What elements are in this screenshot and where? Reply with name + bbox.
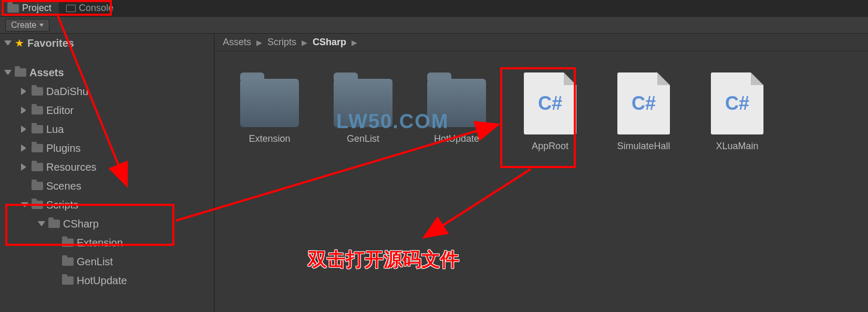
sub-label: HotUpdate — [77, 275, 127, 287]
chevron-right-icon: ▶ — [302, 38, 307, 47]
item-label: DaDiShu — [46, 86, 88, 98]
folder-icon — [62, 238, 74, 247]
sidebar-item[interactable]: Editor — [0, 101, 214, 120]
cs-badge: C# — [538, 92, 562, 115]
grid-label: AppRoot — [532, 141, 569, 152]
chevron-right-icon — [21, 144, 28, 152]
asset-grid: Extension GenList HotUpdate C#AppRoot C#… — [214, 51, 868, 173]
sidebar-item[interactable]: Lua — [0, 120, 214, 139]
csharp-label: CSharp — [63, 218, 99, 230]
chevron-down-icon — [4, 70, 12, 77]
tab-label: Project — [22, 3, 51, 14]
grid-folder[interactable]: GenList — [329, 72, 397, 152]
sidebar: ★ Favorites Assets DaDiShu Editor Lua Pl… — [0, 34, 214, 312]
sidebar-sub-item[interactable]: Extension — [0, 233, 214, 252]
create-label: Create — [11, 20, 36, 30]
grid-file[interactable]: C#SimulateHall — [609, 72, 678, 152]
sub-label: Extension — [77, 237, 123, 249]
item-label: Plugins — [46, 142, 81, 154]
toolbar: Create — [0, 17, 868, 34]
sidebar-item[interactable]: Resources — [0, 158, 214, 176]
csharp-file-icon: C# — [524, 72, 576, 134]
sidebar-csharp[interactable]: CSharp — [0, 214, 214, 233]
chevron-down-icon — [4, 40, 12, 48]
grid-label: HotUpdate — [434, 133, 479, 144]
grid-file[interactable]: C#XLuaMain — [703, 72, 771, 152]
cs-badge: C# — [632, 92, 656, 115]
folder-icon — [32, 201, 43, 209]
item-label: Lua — [46, 123, 64, 136]
folder-icon — [427, 79, 486, 127]
grid-file-approot[interactable]: C#AppRoot — [516, 72, 584, 152]
grid-folder[interactable]: Extension — [235, 72, 304, 152]
grid-label: SimulateHall — [617, 141, 670, 152]
sidebar-assets[interactable]: Assets — [0, 63, 214, 82]
sidebar-scripts[interactable]: Scripts — [0, 195, 214, 214]
sidebar-item[interactable]: DaDiShu — [0, 82, 214, 101]
star-icon: ★ — [15, 37, 24, 49]
sidebar-item[interactable]: Plugins — [0, 139, 214, 158]
cs-badge: C# — [725, 92, 749, 115]
folder-icon — [15, 68, 26, 77]
chevron-right-icon: ▶ — [256, 38, 262, 47]
chevron-right-icon — [21, 107, 28, 114]
folder-icon — [48, 220, 60, 228]
favorites-label: Favorites — [27, 37, 74, 49]
folder-icon — [32, 182, 43, 190]
folder-icon — [7, 4, 19, 13]
chevron-down-icon — [38, 221, 45, 228]
chevron-right-icon — [21, 163, 28, 171]
folder-icon — [240, 79, 299, 127]
breadcrumb-item[interactable]: Scripts — [267, 37, 296, 48]
tab-bar: Project Console — [0, 0, 868, 17]
tab-console[interactable]: Console — [59, 0, 121, 16]
folder-icon — [334, 79, 392, 127]
folder-icon — [32, 87, 43, 96]
create-button[interactable]: Create — [5, 19, 49, 32]
main-area: ★ Favorites Assets DaDiShu Editor Lua Pl… — [0, 34, 868, 312]
sidebar-favorites[interactable]: ★ Favorites — [0, 34, 214, 53]
chevron-right-icon — [21, 126, 28, 133]
chevron-right-icon — [21, 88, 28, 95]
dropdown-icon — [39, 24, 44, 27]
chevron-down-icon — [21, 202, 28, 210]
sidebar-item[interactable]: Scenes — [0, 176, 214, 195]
item-label: Editor — [46, 105, 74, 117]
sub-label: GenList — [77, 256, 113, 268]
folder-icon — [62, 257, 74, 266]
item-label: Scenes — [46, 180, 81, 192]
grid-folder[interactable]: HotUpdate — [422, 72, 491, 152]
content-pane: Assets ▶ Scripts ▶ CSharp ▶ Extension Ge… — [214, 34, 868, 312]
assets-label: Assets — [29, 67, 64, 79]
folder-icon — [32, 144, 43, 152]
sidebar-sub-item[interactable]: GenList — [0, 252, 214, 271]
item-label: Resources — [46, 161, 97, 173]
tab-label: Console — [79, 3, 113, 14]
sidebar-sub-item[interactable]: HotUpdate — [0, 271, 214, 290]
grid-label: GenList — [347, 133, 379, 144]
grid-label: XLuaMain — [716, 141, 758, 152]
chevron-right-icon: ▶ — [352, 38, 357, 47]
breadcrumb-item[interactable]: Assets — [223, 37, 251, 48]
console-icon — [66, 5, 76, 12]
breadcrumb: Assets ▶ Scripts ▶ CSharp ▶ — [214, 34, 868, 51]
csharp-file-icon: C# — [711, 72, 763, 134]
breadcrumb-current[interactable]: CSharp — [313, 37, 346, 48]
tab-project[interactable]: Project — [0, 0, 59, 16]
folder-icon — [32, 106, 43, 115]
folder-icon — [62, 276, 74, 285]
csharp-file-icon: C# — [617, 72, 670, 134]
folder-icon — [32, 125, 43, 133]
scripts-label: Scripts — [46, 199, 78, 211]
grid-label: Extension — [249, 133, 290, 144]
folder-icon — [32, 163, 43, 171]
